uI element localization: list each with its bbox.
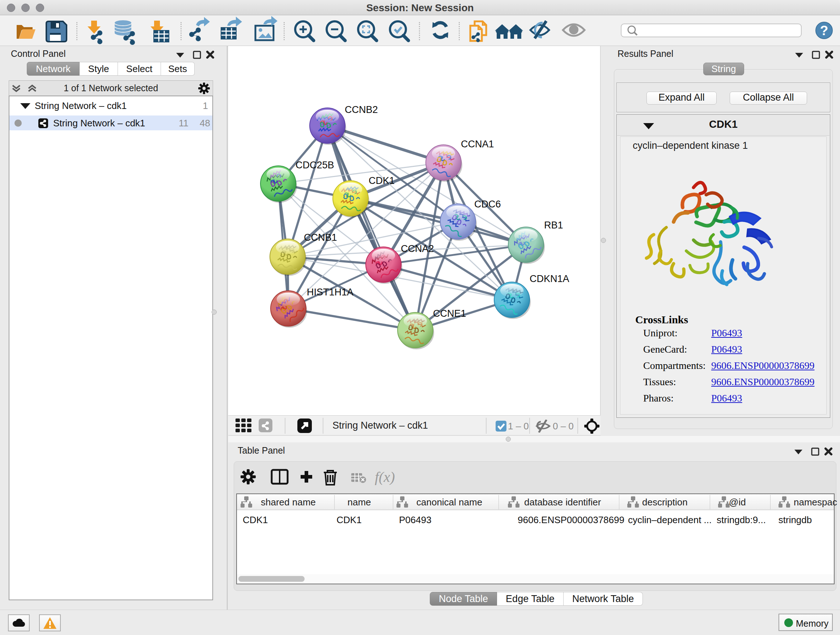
svg-text:CDC6: CDC6 <box>474 199 501 210</box>
svg-text:CCNB2: CCNB2 <box>345 104 378 115</box>
svg-text:HIST1H1A: HIST1H1A <box>307 287 354 298</box>
svg-text:CDC25B: CDC25B <box>295 160 334 171</box>
svg-text:CCNE1: CCNE1 <box>433 308 466 319</box>
svg-text:?: ? <box>820 23 829 38</box>
svg-text:RB1: RB1 <box>544 220 563 231</box>
svg-text:CCNB1: CCNB1 <box>304 232 337 243</box>
svg-text:CDKN1A: CDKN1A <box>530 273 569 284</box>
svg-text:CCNA1: CCNA1 <box>461 139 494 149</box>
svg-text:f(x): f(x) <box>375 469 395 485</box>
svg-text:CCNA2: CCNA2 <box>401 243 434 254</box>
svg-text:CDK1: CDK1 <box>369 175 395 186</box>
